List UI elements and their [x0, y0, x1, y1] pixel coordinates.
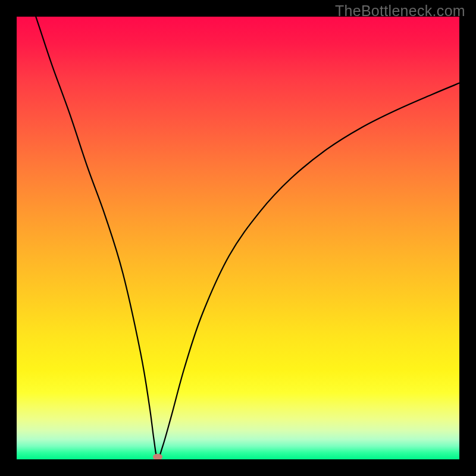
watermark-label: TheBottleneck.com [335, 2, 465, 20]
chart-plot-area [17, 17, 459, 459]
bottleneck-curve-line [17, 17, 459, 459]
minimum-marker-dot [153, 454, 162, 459]
